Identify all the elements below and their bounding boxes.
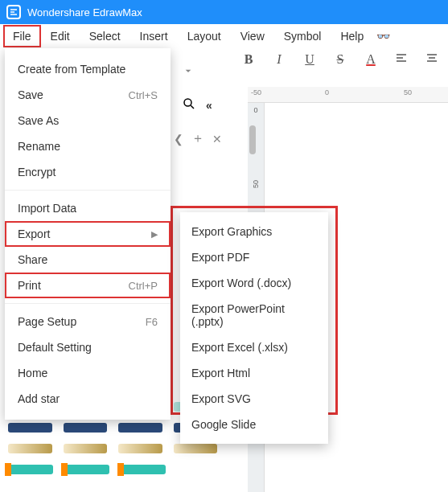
menu-edit[interactable]: Edit: [41, 25, 80, 47]
align-left-icon[interactable]: [393, 51, 409, 68]
dropdown-arrow-icon[interactable]: [182, 64, 195, 77]
menu-divider: [5, 190, 171, 191]
menu-item-label: Rename: [18, 140, 60, 153]
menu-item-label: Encrypt: [18, 166, 55, 178]
menu-divider: [5, 303, 171, 304]
menu-export[interactable]: Export▶: [5, 221, 171, 247]
export-graphics[interactable]: Export Graphics: [180, 219, 328, 244]
menu-save-as[interactable]: Save As: [5, 108, 171, 133]
strike-button[interactable]: S: [332, 52, 348, 67]
menu-view[interactable]: View: [231, 25, 274, 47]
ruler-tick: 50: [404, 88, 412, 96]
menu-item-label: Save As: [18, 114, 59, 127]
menu-select[interactable]: Select: [80, 25, 130, 47]
ruler-horizontal: -50 0 50: [248, 87, 448, 103]
ruler-tick: 50: [252, 178, 260, 191]
shape-thumb[interactable]: [118, 423, 162, 433]
bold-button[interactable]: B: [240, 52, 257, 67]
shape-thumb[interactable]: [121, 465, 166, 474]
format-toolbar: B I U S A: [240, 51, 440, 68]
shortcut-label: F6: [146, 316, 158, 328]
glasses-icon[interactable]: 👓: [376, 30, 390, 43]
menu-symbol[interactable]: Symbol: [274, 25, 331, 47]
shape-thumb[interactable]: [174, 444, 218, 453]
export-google-slide[interactable]: Google Slide: [180, 412, 328, 437]
close-tab-button[interactable]: ✕: [212, 133, 222, 146]
file-menu-dropdown: Create from Template SaveCtrl+S Save As …: [5, 48, 171, 420]
menu-item-label: Export: [18, 228, 50, 240]
menu-item-label: Home: [18, 367, 47, 379]
menu-item-label: Save: [18, 88, 43, 101]
menu-item-label: Print: [18, 279, 41, 292]
font-color-button[interactable]: A: [363, 52, 379, 67]
menu-print[interactable]: PrintCtrl+P: [5, 273, 171, 298]
add-tab-button[interactable]: ＋: [191, 130, 204, 147]
shortcut-label: Ctrl+P: [129, 280, 158, 292]
shape-thumb[interactable]: [8, 444, 52, 453]
menu-import-data[interactable]: Import Data: [5, 195, 171, 221]
export-svg[interactable]: Export SVG: [180, 386, 328, 412]
menu-file[interactable]: File: [3, 25, 41, 47]
shape-thumb[interactable]: [64, 423, 108, 433]
ruler-tick: 0: [325, 88, 329, 96]
menu-encrypt[interactable]: Encrypt: [5, 159, 171, 185]
tab-chevron-icon[interactable]: ❮: [174, 133, 183, 146]
app-logo-icon: [6, 5, 21, 19]
app-title: Wondershare EdrawMax: [27, 6, 142, 18]
collapse-icon[interactable]: «: [206, 99, 212, 112]
menu-create-template[interactable]: Create from Template: [5, 56, 171, 82]
menu-add-star[interactable]: Add star: [5, 386, 171, 412]
menu-layout[interactable]: Layout: [178, 25, 231, 47]
search-icon[interactable]: [182, 96, 196, 114]
shape-thumb[interactable]: [118, 444, 162, 453]
export-submenu: Export Graphics Export PDF Export Word (…: [180, 212, 328, 444]
menu-item-label: Import Data: [18, 202, 76, 215]
shape-thumb[interactable]: [8, 465, 53, 474]
underline-button[interactable]: U: [302, 52, 318, 67]
menu-share[interactable]: Share: [5, 247, 171, 273]
shape-thumb[interactable]: [64, 444, 108, 453]
export-word[interactable]: Export Word (.docx): [180, 270, 328, 296]
italic-button[interactable]: I: [271, 52, 287, 67]
shortcut-label: Ctrl+S: [129, 89, 158, 101]
menu-home[interactable]: Home: [5, 360, 171, 386]
menu-bar: File Edit Select Insert Layout View Symb…: [0, 24, 448, 48]
tab-strip: ❮ ＋ ✕: [174, 130, 222, 147]
ruler-tick: -50: [251, 88, 261, 96]
export-html[interactable]: Export Html: [180, 360, 328, 386]
scrollbar-thumb[interactable]: [249, 125, 256, 154]
menu-item-label: Create from Template: [18, 63, 125, 76]
export-excel[interactable]: Export Excel (.xlsx): [180, 334, 328, 360]
menu-item-label: Page Setup: [18, 315, 76, 328]
menu-item-label: Add star: [18, 392, 60, 405]
menu-rename[interactable]: Rename: [5, 133, 171, 159]
chevron-right-icon: ▶: [151, 229, 158, 240]
menu-help[interactable]: Help: [331, 25, 373, 47]
menu-save[interactable]: SaveCtrl+S: [5, 82, 171, 108]
svg-point-0: [184, 99, 191, 106]
shape-thumb[interactable]: [64, 465, 109, 474]
title-bar: Wondershare EdrawMax: [0, 0, 448, 24]
menu-item-label: Default Setting: [18, 341, 92, 354]
menu-default-setting[interactable]: Default Setting: [5, 334, 171, 360]
export-pdf[interactable]: Export PDF: [180, 244, 328, 270]
menu-item-label: Share: [18, 253, 47, 266]
menu-insert[interactable]: Insert: [130, 25, 178, 47]
ruler-tick: 0: [249, 106, 262, 114]
menu-page-setup[interactable]: Page SetupF6: [5, 309, 171, 334]
align-center-icon[interactable]: [424, 51, 440, 68]
panel-toolbar: «: [182, 96, 212, 114]
shape-thumb[interactable]: [8, 423, 52, 433]
export-powerpoint[interactable]: Export PowerPoint (.pptx): [180, 296, 328, 334]
svg-line-1: [191, 105, 194, 109]
